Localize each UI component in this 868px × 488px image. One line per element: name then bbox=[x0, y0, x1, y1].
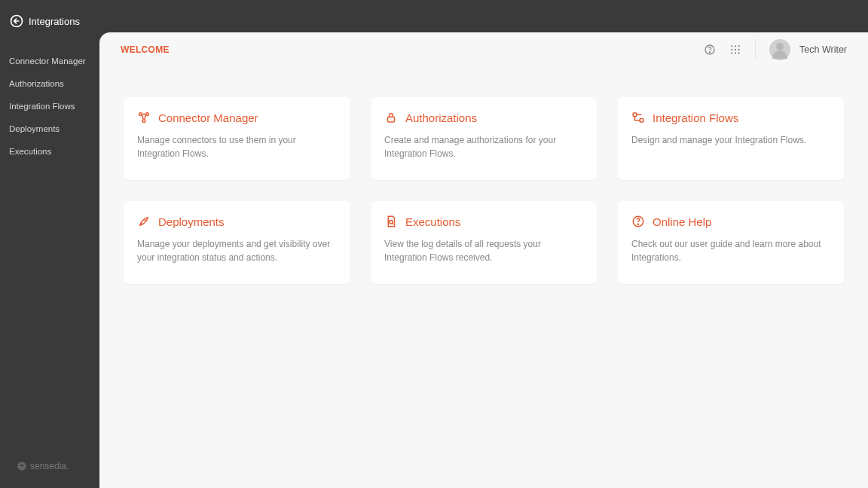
apps-grid-icon[interactable] bbox=[729, 44, 741, 56]
main-panel: WELCOME Tech Writer bbox=[99, 32, 868, 488]
card-authorizations[interactable]: Authorizations Create and manage authori… bbox=[371, 97, 597, 180]
card-title: Authorizations bbox=[405, 111, 477, 124]
card-integration-flows[interactable]: Integration Flows Design and manage your… bbox=[618, 97, 844, 180]
svg-point-10 bbox=[731, 53, 732, 54]
svg-point-11 bbox=[735, 53, 736, 54]
card-desc: Check out our user guide and learn more … bbox=[631, 237, 830, 264]
user-menu[interactable]: Tech Writer bbox=[769, 39, 847, 60]
card-title: Executions bbox=[405, 215, 460, 228]
cards-grid: Connector Manager Manage connectors to u… bbox=[99, 67, 868, 314]
card-online-help[interactable]: Online Help Check out our user guide and… bbox=[618, 201, 844, 284]
card-title: Connector Manager bbox=[158, 111, 258, 124]
sidebar: Integrations Connector Manager Authoriza… bbox=[0, 0, 99, 488]
sidebar-item-deployments[interactable]: Deployments bbox=[0, 117, 99, 140]
svg-point-12 bbox=[738, 53, 740, 54]
card-desc: Design and manage your Integration Flows… bbox=[631, 133, 830, 147]
topbar-divider bbox=[755, 39, 756, 60]
sensedia-logo-icon bbox=[17, 461, 27, 471]
card-deployments[interactable]: Deployments Manage your deployments and … bbox=[124, 201, 350, 284]
svg-point-7 bbox=[731, 49, 732, 50]
connector-icon bbox=[137, 111, 151, 124]
page-title: WELCOME bbox=[121, 44, 170, 55]
card-desc: Manage your deployments and get visibili… bbox=[137, 237, 336, 264]
user-name: Tech Writer bbox=[799, 44, 847, 55]
sidebar-item-authorizations[interactable]: Authorizations bbox=[0, 72, 99, 95]
svg-point-6 bbox=[738, 45, 740, 47]
footer-brand-text: sensedia. bbox=[30, 461, 69, 471]
card-executions[interactable]: Executions View the log details of all r… bbox=[371, 201, 597, 284]
sidebar-item-integration-flows[interactable]: Integration Flows bbox=[0, 95, 99, 117]
svg-point-8 bbox=[735, 49, 736, 50]
topbar: WELCOME Tech Writer bbox=[99, 32, 868, 67]
svg-rect-18 bbox=[640, 119, 643, 123]
avatar bbox=[769, 39, 790, 60]
svg-point-15 bbox=[142, 120, 145, 123]
card-title: Integration Flows bbox=[653, 111, 738, 124]
footer-brand: sensedia. bbox=[17, 461, 69, 471]
sidebar-item-connector-manager[interactable]: Connector Manager bbox=[0, 50, 99, 72]
svg-point-21 bbox=[637, 224, 638, 224]
brand-name: Integrations bbox=[29, 16, 80, 27]
svg-point-9 bbox=[738, 49, 740, 50]
lock-icon bbox=[384, 111, 398, 124]
document-search-icon bbox=[384, 215, 398, 228]
svg-point-5 bbox=[735, 45, 736, 47]
rocket-icon bbox=[137, 215, 151, 228]
card-desc: Manage connectors to use them in your In… bbox=[137, 133, 336, 160]
brand[interactable]: Integrations bbox=[0, 14, 99, 29]
flow-icon bbox=[631, 111, 645, 124]
help-circle-icon bbox=[631, 215, 645, 228]
card-desc: View the log details of all requests you… bbox=[384, 237, 583, 264]
svg-point-4 bbox=[731, 45, 732, 47]
card-title: Online Help bbox=[653, 215, 711, 228]
svg-rect-17 bbox=[633, 113, 637, 117]
svg-point-3 bbox=[709, 52, 710, 53]
help-icon[interactable] bbox=[704, 44, 716, 56]
sidebar-item-executions[interactable]: Executions bbox=[0, 140, 99, 163]
topbar-actions: Tech Writer bbox=[704, 39, 847, 60]
card-connector-manager[interactable]: Connector Manager Manage connectors to u… bbox=[124, 97, 350, 180]
svg-rect-16 bbox=[388, 117, 395, 122]
card-desc: Create and manage authorizations for you… bbox=[384, 133, 583, 160]
card-title: Deployments bbox=[158, 215, 225, 228]
integrations-logo-icon bbox=[9, 14, 24, 29]
